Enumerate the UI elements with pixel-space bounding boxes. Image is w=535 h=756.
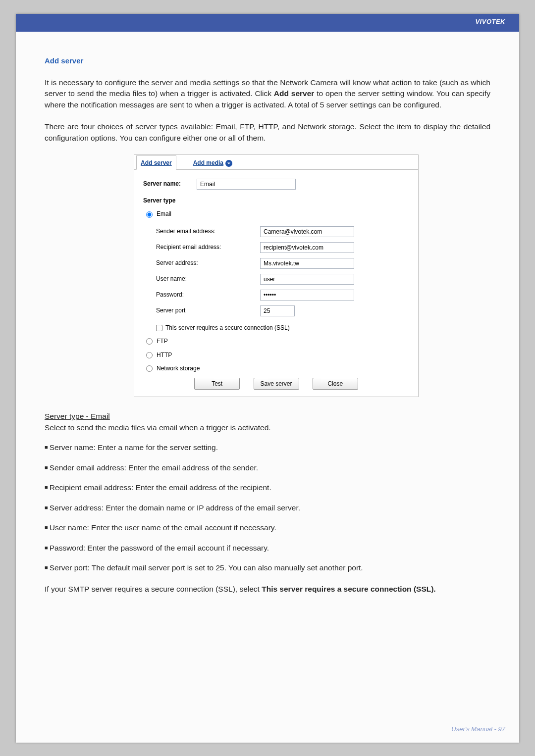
intro-paragraph-2: There are four choices of server types a…: [45, 121, 490, 144]
username-input[interactable]: [260, 274, 354, 285]
server-name-label: Server name:: [143, 180, 197, 188]
panel-tabs: Add server Add media: [134, 155, 418, 170]
radio-ftp[interactable]: [146, 338, 153, 345]
server-type-email-heading: Server type - Email: [45, 411, 490, 422]
close-button[interactable]: Close: [313, 378, 358, 390]
server-name-input[interactable]: [197, 179, 296, 190]
section-title: Add server: [45, 55, 490, 66]
recipient-input[interactable]: [260, 242, 354, 253]
ssl-note-bold: This server requires a secure connection…: [262, 585, 435, 593]
para1-bold: Add server: [274, 89, 315, 98]
bullet-item: Sender email address: Enter the email ad…: [45, 462, 490, 473]
ssl-label: This server requires a secure connection…: [165, 324, 290, 332]
password-input[interactable]: [260, 290, 354, 301]
server-type-email-desc: Select to send the media files via email…: [45, 422, 490, 433]
test-button[interactable]: Test: [194, 378, 240, 390]
ssl-checkbox[interactable]: [156, 325, 162, 331]
recipient-label: Recipient email address:: [156, 240, 260, 255]
radio-email[interactable]: [146, 211, 153, 218]
radio-http[interactable]: [146, 352, 153, 358]
bullet-item: Server port: The default mail server por…: [45, 562, 490, 573]
password-label: Password:: [156, 287, 260, 303]
server-port-input[interactable]: [260, 305, 295, 316]
intro-paragraph-1: It is necessary to configure the server …: [45, 77, 490, 110]
server-address-input[interactable]: [260, 258, 354, 269]
tab-add-server[interactable]: Add server: [136, 155, 176, 170]
server-port-label: Server port: [156, 303, 260, 319]
tab-add-server-label: Add server: [141, 159, 172, 167]
radio-network-storage[interactable]: [146, 365, 153, 372]
bullet-item: Recipient email address: Enter the email…: [45, 482, 490, 493]
username-label: User name:: [156, 271, 260, 287]
bullet-item: Password: Enter the password of the emai…: [45, 543, 490, 554]
radio-http-label: HTTP: [157, 351, 172, 359]
page-content: Add server It is necessary to configure …: [16, 32, 519, 595]
page-footer: User's Manual - 97: [451, 725, 505, 733]
sender-input[interactable]: [260, 226, 354, 237]
server-type-group-label: Server type: [143, 197, 411, 205]
header-bar: VIVOTEK: [16, 14, 519, 32]
ssl-note-a: If your SMTP server requires a secure co…: [45, 585, 262, 593]
radio-network-storage-label: Network storage: [157, 364, 200, 373]
tab-add-media[interactable]: Add media: [189, 155, 236, 170]
panel-buttons: Test Save server Close: [141, 378, 411, 390]
bullet-item: Server address: Enter the domain name or…: [45, 503, 490, 513]
brand-label: VIVOTEK: [475, 18, 505, 25]
ssl-row: This server requires a secure connection…: [156, 324, 411, 332]
bullet-list: Server name: Enter a name for the server…: [45, 442, 490, 573]
radio-ftp-row: FTP: [146, 337, 411, 346]
arrow-down-icon: [225, 160, 232, 167]
tab-add-media-label: Add media: [193, 159, 223, 167]
ssl-note-paragraph: If your SMTP server requires a secure co…: [45, 584, 490, 595]
bullet-item: Server name: Enter a name for the server…: [45, 442, 490, 453]
save-server-button[interactable]: Save server: [254, 378, 299, 390]
email-fields-table: Sender email address: Recipient email ad…: [156, 224, 358, 319]
server-name-row: Server name:: [143, 179, 411, 190]
bullet-item: User name: Enter the user name of the em…: [45, 522, 490, 533]
document-page: VIVOTEK Add server It is necessary to co…: [16, 14, 519, 743]
radio-ftp-label: FTP: [157, 337, 168, 346]
radio-email-row: Email: [146, 210, 411, 218]
server-address-label: Server address:: [156, 255, 260, 271]
radio-http-row: HTTP: [146, 351, 411, 359]
radio-email-label: Email: [157, 210, 171, 218]
sender-label: Sender email address:: [156, 224, 260, 240]
radio-network-storage-row: Network storage: [146, 364, 411, 373]
server-config-panel: Add server Add media Server name: Server…: [134, 154, 419, 397]
